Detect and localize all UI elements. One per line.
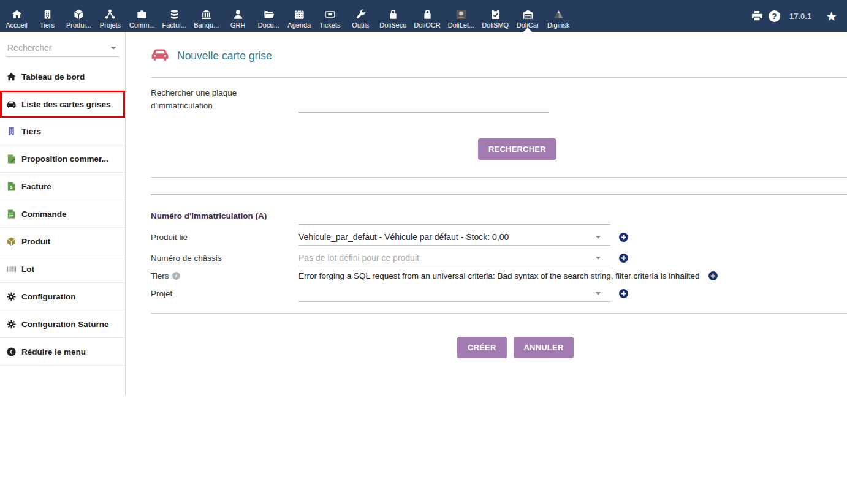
svg-text:$: $ xyxy=(9,184,12,190)
sidebar-item-tableau-de-bord[interactable]: Tableau de bord xyxy=(0,63,125,91)
immatriculation-input[interactable] xyxy=(298,208,610,225)
sidebar-item-facture[interactable]: $ Facture xyxy=(0,173,125,200)
nav-item-produits[interactable]: Produi... xyxy=(63,0,95,32)
printer-icon[interactable] xyxy=(751,10,763,22)
chassis-select[interactable]: Pas de lot défini pour ce produit xyxy=(298,250,610,266)
produit-lie-select[interactable]: Vehicule_par_defaut - Véhicule par défau… xyxy=(298,229,610,246)
building-icon xyxy=(6,126,17,137)
plate-search-section: Rechercher une plaque d'immatriculation xyxy=(151,87,847,113)
annuler-button[interactable]: ANNULER xyxy=(514,337,574,358)
nav-item-facturation[interactable]: Factur... xyxy=(159,0,191,32)
chassis-label: Numéro de châssis xyxy=(151,254,298,263)
nav-label: Tickets xyxy=(319,21,340,29)
immatriculation-label: Numéro d'immatriculation (A) xyxy=(151,211,298,220)
product-cube-icon xyxy=(6,236,17,247)
nav-item-projets[interactable]: Projets xyxy=(95,0,126,32)
nav-label: Banqu... xyxy=(194,21,219,29)
creer-button[interactable]: CRÉER xyxy=(457,337,507,358)
sidebar-item-produit[interactable]: Produit xyxy=(0,228,125,255)
nav-item-commerce[interactable]: Comm... xyxy=(126,0,159,32)
home-icon xyxy=(6,71,17,82)
sidebar-item-label: Commande xyxy=(21,209,67,219)
info-icon[interactable]: i xyxy=(172,272,180,280)
produit-lie-label: Produit lié xyxy=(151,233,298,242)
chevron-down-icon xyxy=(596,236,601,239)
add-tiers-button[interactable] xyxy=(708,271,718,281)
nav-item-agenda[interactable]: Agenda xyxy=(284,0,314,32)
form-actions: CRÉER ANNULER xyxy=(457,337,847,358)
nav-item-tiers[interactable]: Tiers xyxy=(32,0,63,32)
page-title: Nouvelle carte grise xyxy=(151,48,847,64)
divider xyxy=(151,313,847,314)
image-icon xyxy=(455,8,467,20)
nav-item-dolisecu[interactable]: DoliSecu xyxy=(376,0,410,32)
order-icon xyxy=(6,208,17,219)
nav-item-documents[interactable]: Docu... xyxy=(253,0,284,32)
gear-icon xyxy=(6,318,17,329)
sidebar-item-commande[interactable]: Commande xyxy=(0,200,125,228)
collapse-icon xyxy=(6,346,17,357)
clipboard-check-icon xyxy=(490,8,501,20)
plate-search-label: Rechercher une plaque d'immatriculation xyxy=(151,87,298,113)
tiers-label-text: Tiers xyxy=(151,271,169,280)
sidebar-item-tiers[interactable]: Tiers xyxy=(0,118,125,145)
sidebar-item-label: Lot xyxy=(21,265,34,274)
add-projet-button[interactable] xyxy=(618,288,629,299)
sidebar-item-reduire-menu[interactable]: Réduire le menu xyxy=(0,338,125,366)
nav-label: DoliLet... xyxy=(448,21,474,29)
nav-item-outils[interactable]: Outils xyxy=(345,0,376,32)
nav-item-doliocr[interactable]: DoliOCR xyxy=(410,0,444,32)
car-icon xyxy=(6,99,17,110)
chevron-down-icon[interactable] xyxy=(110,47,116,50)
sidebar-item-configuration-saturne[interactable]: Configuration Saturne xyxy=(0,310,125,338)
chevron-down-icon xyxy=(596,257,601,260)
nav-label: Agenda xyxy=(287,21,311,29)
top-navbar: Accueil Tiers Produi... Projets Comm... … xyxy=(0,0,847,32)
add-produit-button[interactable] xyxy=(618,232,629,243)
nav-item-dolilettre[interactable]: DoliLet... xyxy=(444,0,478,32)
left-sidebar: Tableau de bord Liste des cartes grises … xyxy=(0,32,126,395)
nav-label: GRH xyxy=(230,21,245,29)
main-content: Nouvelle carte grise Rechercher une plaq… xyxy=(126,32,847,358)
sidebar-item-label: Configuration Saturne xyxy=(21,320,109,329)
nav-item-grh[interactable]: GRH xyxy=(222,0,253,32)
bookmark-star-icon[interactable]: ★ xyxy=(826,10,837,23)
sidebar-item-proposition[interactable]: Proposition commer... xyxy=(0,145,125,173)
nav-item-digirisk[interactable]: Digirisk xyxy=(543,0,574,32)
barcode-icon xyxy=(6,263,17,274)
sidebar-item-lot[interactable]: Lot xyxy=(0,255,125,283)
sidebar-item-label: Proposition commer... xyxy=(21,154,108,164)
chevron-down-icon xyxy=(596,292,601,295)
nav-label: DoliSMQ xyxy=(482,21,509,29)
sidebar-search-input[interactable] xyxy=(6,40,119,57)
bank-icon xyxy=(200,8,212,20)
network-icon xyxy=(104,8,116,20)
projet-label: Projet xyxy=(151,289,298,298)
rechercher-button[interactable]: RECHERCHER xyxy=(478,138,556,160)
nav-label: Produi... xyxy=(66,21,91,29)
help-icon[interactable]: ? xyxy=(769,10,780,22)
plate-search-input[interactable] xyxy=(298,96,549,113)
sidebar-item-liste-cartes-grises[interactable]: Liste des cartes grises xyxy=(0,91,125,118)
chassis-placeholder: Pas de lot défini pour ce produit xyxy=(298,253,419,263)
user-icon xyxy=(232,8,244,20)
add-lot-button[interactable] xyxy=(618,253,629,263)
projet-select[interactable] xyxy=(298,285,610,302)
nav-item-dolicar[interactable]: DoliCar xyxy=(512,0,543,32)
nav-item-banque[interactable]: Banqu... xyxy=(190,0,222,32)
proposal-icon xyxy=(6,153,17,164)
nav-item-dolismq[interactable]: DoliSMQ xyxy=(478,0,512,32)
car-icon xyxy=(151,48,169,64)
sidebar-item-configuration[interactable]: Configuration xyxy=(0,283,125,310)
nav-label: Docu... xyxy=(258,21,279,29)
nav-label: Digirisk xyxy=(547,21,569,29)
spacer xyxy=(151,160,847,177)
nav-label: DoliSecu xyxy=(379,21,406,29)
nav-item-tickets[interactable]: Tickets xyxy=(314,0,345,32)
mountain-icon xyxy=(553,8,564,20)
ticket-icon xyxy=(324,8,336,20)
wrench-icon xyxy=(355,8,367,20)
nav-item-accueil[interactable]: Accueil xyxy=(1,0,32,32)
carte-grise-form: Numéro d'immatriculation (A) Produit lié… xyxy=(151,208,847,302)
nav-label: Projets xyxy=(100,21,121,29)
